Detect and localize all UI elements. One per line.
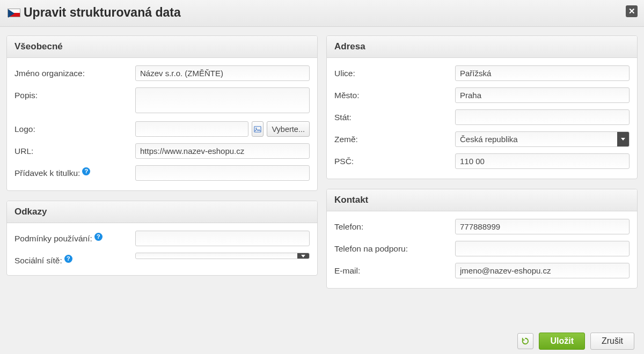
chevron-down-icon: [297, 253, 309, 259]
help-icon[interactable]: ?: [64, 255, 72, 263]
logo-browse-button[interactable]: Vyberte...: [267, 121, 310, 137]
chevron-down-icon: [617, 132, 629, 146]
panel-address: Adresa Ulice: Město:: [326, 35, 638, 179]
street-input[interactable]: [455, 65, 630, 81]
panel-links: Odkazy Podmínky používání: ? Sociáln: [6, 201, 318, 276]
title-suffix-label: Přídavek k titulku: ?: [14, 165, 135, 178]
dialog-header: Upravit strukturovaná data ✕: [0, 0, 644, 27]
svg-point-1: [256, 128, 257, 129]
url-label: URL:: [14, 143, 135, 156]
panel-general-body: Jméno organizace: Popis: Logo:: [7, 58, 317, 190]
desc-input[interactable]: [135, 87, 310, 113]
street-label: Ulice:: [334, 65, 455, 78]
zip-input[interactable]: [455, 153, 630, 169]
phone-label: Telefon:: [334, 219, 455, 232]
social-label: Sociální sítě: ?: [14, 253, 135, 266]
org-name-input[interactable]: [135, 65, 310, 81]
city-input[interactable]: [455, 87, 630, 103]
save-button[interactable]: Uložit: [539, 333, 585, 350]
country-select[interactable]: Česká republika: [455, 131, 630, 147]
panel-general-header: Všeobecné: [7, 36, 317, 58]
right-column: Adresa Ulice: Město:: [326, 35, 638, 289]
logo-browse-icon-button[interactable]: [252, 121, 264, 137]
flag-cz-icon: [8, 9, 20, 17]
dialog: Upravit strukturovaná data ✕ Všeobecné J…: [0, 0, 644, 354]
panel-address-header: Adresa: [327, 36, 637, 58]
panel-address-body: Ulice: Město: Stát:: [327, 58, 637, 179]
panel-contact-header: Kontakt: [327, 189, 637, 211]
email-input[interactable]: [455, 263, 630, 278]
country-label: Země:: [334, 131, 455, 144]
panel-links-header: Odkazy: [7, 201, 317, 223]
terms-input[interactable]: [135, 231, 310, 246]
panel-contact-body: Telefon: Telefon na podporu: E-mail:: [327, 211, 637, 288]
close-icon: ✕: [628, 6, 635, 16]
panel-contact: Kontakt Telefon: Telefon na podporu:: [326, 189, 638, 289]
terms-label: Podmínky používání: ?: [14, 231, 135, 244]
social-select[interactable]: [135, 253, 310, 259]
left-column: Všeobecné Jméno organizace: Popis:: [6, 35, 318, 289]
reset-button[interactable]: [517, 333, 533, 349]
dialog-title: Upravit strukturovaná data: [8, 5, 636, 20]
help-icon[interactable]: ?: [82, 167, 90, 175]
panel-links-body: Podmínky používání: ? Sociální sítě: ?: [7, 223, 317, 275]
desc-label: Popis:: [14, 87, 135, 100]
url-input[interactable]: [135, 143, 310, 159]
logo-input[interactable]: [135, 121, 248, 137]
email-label: E-mail:: [334, 263, 455, 276]
zip-label: PSČ:: [334, 153, 455, 166]
image-icon: [254, 126, 261, 133]
logo-label: Logo:: [14, 121, 135, 134]
help-icon[interactable]: ?: [94, 233, 103, 241]
close-button[interactable]: ✕: [626, 5, 638, 17]
org-name-label: Jméno organizace:: [14, 65, 135, 78]
panel-general: Všeobecné Jméno organizace: Popis:: [6, 35, 318, 191]
support-phone-label: Telefon na podporu:: [334, 241, 455, 254]
svg-rect-0: [254, 126, 261, 132]
undo-icon: [521, 336, 530, 346]
support-phone-input[interactable]: [455, 241, 630, 256]
phone-input[interactable]: [455, 219, 630, 234]
state-input[interactable]: [455, 109, 630, 125]
dialog-footer: Uložit Zrušit: [517, 333, 634, 350]
cancel-button[interactable]: Zrušit: [590, 333, 634, 350]
city-label: Město:: [334, 87, 455, 100]
dialog-body: Všeobecné Jméno organizace: Popis:: [0, 27, 644, 289]
title-suffix-input[interactable]: [135, 165, 310, 181]
dialog-title-text: Upravit strukturovaná data: [24, 5, 181, 20]
state-label: Stát:: [334, 109, 455, 122]
